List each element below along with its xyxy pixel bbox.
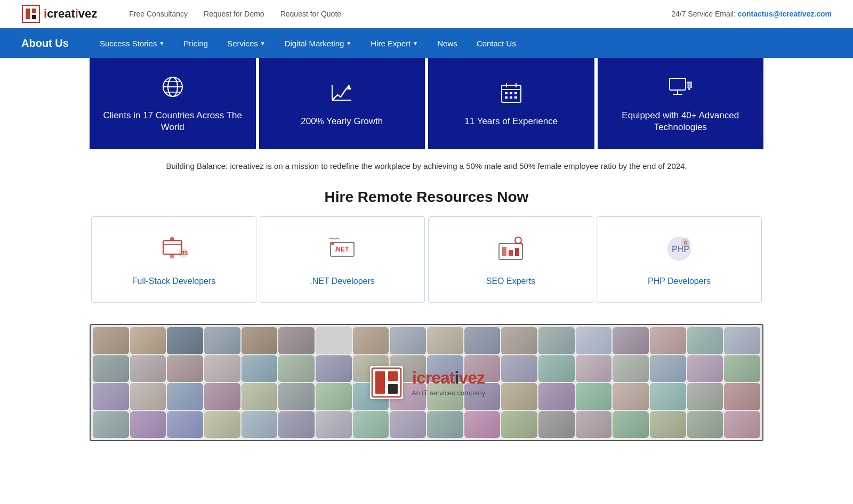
service-email: 24/7 Service Email: contactus@icreativez… — [671, 10, 832, 18]
svg-point-33 — [170, 237, 174, 241]
svg-rect-51 — [388, 371, 398, 381]
svg-text:JS: JS — [181, 250, 188, 256]
stat-box-experience[interactable]: 11 Years of Experience — [428, 58, 594, 149]
nav-link-news[interactable]: News — [428, 28, 467, 58]
hire-card-php[interactable]: PHP ⚙ PHP Developers — [597, 216, 762, 303]
nav-link-pricing[interactable]: Pricing — [174, 28, 218, 58]
svg-text:⚙: ⚙ — [683, 240, 688, 246]
svg-rect-14 — [505, 92, 508, 94]
php-icon: PHP ⚙ — [663, 233, 695, 270]
nav-link-success-stories[interactable]: Success Stories ▼ — [90, 28, 174, 58]
stats-section: Clients in 17 Countries Across The World… — [0, 58, 853, 149]
svg-rect-16 — [514, 92, 517, 94]
svg-rect-39 — [502, 247, 506, 256]
hire-card-dotnet-label: .NET Developers — [310, 277, 375, 286]
nav-item-digital-marketing[interactable]: Digital Marketing ▼ — [275, 28, 361, 58]
stat-box-growth[interactable]: 200% Yearly Growth — [259, 58, 425, 149]
svg-point-26 — [689, 84, 690, 85]
hire-card-seo-label: SEO Experts — [486, 277, 535, 286]
hire-card-php-label: PHP Developers — [648, 277, 711, 286]
svg-rect-50 — [375, 371, 385, 394]
nav-bar: About Us Success Stories ▼ Pricing Servi… — [0, 28, 853, 58]
hire-cards: JS Full-Stack Developers .NET .NET Devel… — [90, 216, 763, 303]
svg-point-27 — [687, 86, 688, 87]
nav-link-digital-marketing[interactable]: Digital Marketing ▼ — [275, 28, 361, 58]
hire-card-fullstack-label: Full-Stack Developers — [132, 277, 216, 286]
nav-link-contact[interactable]: Contact Us — [467, 28, 526, 58]
calendar-icon — [498, 80, 524, 110]
dotnet-icon: .NET — [326, 233, 358, 270]
svg-point-24 — [688, 88, 690, 90]
svg-rect-40 — [509, 250, 513, 256]
nav-link-services[interactable]: Services ▼ — [218, 28, 275, 58]
svg-rect-34 — [170, 254, 174, 258]
seo-icon — [495, 233, 527, 270]
stat-experience-label: 11 Years of Experience — [464, 116, 558, 127]
service-email-link[interactable]: contactus@icreativez.com — [738, 10, 832, 18]
stat-box-tech[interactable]: Equipped with 40+ Advanced Technologies — [598, 58, 764, 149]
svg-rect-15 — [510, 92, 512, 94]
nav-item-success-stories[interactable]: Success Stories ▼ — [90, 28, 174, 58]
nav-links: Success Stories ▼ Pricing Services ▼ Dig… — [90, 28, 526, 58]
topbar-links: Free Consultancy Request for Demo Reques… — [129, 10, 650, 18]
stat-clients-label: Clients in 17 Countries Across The World — [100, 110, 245, 133]
svg-point-37 — [331, 242, 334, 245]
stat-box-clients[interactable]: Clients in 17 Countries Across The World — [90, 58, 256, 149]
chevron-down-icon: ▼ — [260, 40, 265, 46]
logo-text: icreativez — [44, 7, 97, 21]
team-logo-text: icreativez — [412, 368, 485, 388]
nav-item-pricing[interactable]: Pricing — [174, 28, 218, 58]
nav-item-hire-expert[interactable]: Hire Expert ▼ — [361, 28, 428, 58]
svg-rect-41 — [515, 248, 519, 256]
svg-rect-17 — [505, 96, 508, 99]
free-consultancy-link[interactable]: Free Consultancy — [129, 10, 188, 18]
mission-text: Building Balance: icreativez is on a mis… — [0, 149, 853, 183]
chevron-down-icon: ▼ — [346, 40, 351, 46]
stat-growth-label: 200% Yearly Growth — [301, 116, 383, 127]
tech-icon — [667, 74, 693, 104]
nav-item-services[interactable]: Services ▼ — [218, 28, 275, 58]
logo[interactable]: icreativez — [21, 4, 97, 23]
hire-card-fullstack[interactable]: JS Full-Stack Developers — [91, 216, 256, 303]
fullstack-icon: JS — [158, 233, 190, 270]
svg-point-25 — [687, 84, 688, 85]
svg-rect-1 — [22, 5, 39, 22]
request-demo-link[interactable]: Request for Demo — [204, 10, 264, 18]
chevron-down-icon: ▼ — [413, 40, 418, 46]
top-bar: icreativez Free Consultancy Request for … — [0, 0, 853, 28]
stat-tech-label: Equipped with 40+ Advanced Technologies — [608, 110, 753, 133]
nav-item-news[interactable]: News — [428, 28, 467, 58]
svg-rect-18 — [510, 96, 512, 99]
team-banner-logo: icreativez An IT services company — [347, 353, 506, 412]
team-tagline: An IT services company — [412, 389, 485, 397]
hire-card-seo[interactable]: SEO Experts — [428, 216, 593, 303]
globe-icon — [160, 74, 186, 104]
nav-link-hire-expert[interactable]: Hire Expert ▼ — [361, 28, 428, 58]
chevron-down-icon: ▼ — [159, 40, 164, 46]
svg-text:.NET: .NET — [334, 246, 349, 253]
request-quote-link[interactable]: Request for Quote — [280, 10, 341, 18]
chart-icon — [329, 80, 355, 110]
team-banner: icreativez An IT services company — [90, 324, 763, 441]
nav-item-contact[interactable]: Contact Us — [467, 28, 526, 58]
hire-title: Hire Remote Resources Now — [90, 189, 763, 206]
nav-about-label: About Us — [21, 37, 69, 50]
svg-rect-52 — [388, 384, 398, 394]
svg-rect-20 — [670, 78, 686, 90]
svg-rect-19 — [514, 96, 517, 99]
hire-section: Hire Remote Resources Now JS Full-Stack … — [0, 183, 853, 319]
svg-point-28 — [689, 86, 690, 87]
hire-card-dotnet[interactable]: .NET .NET Developers — [260, 216, 425, 303]
